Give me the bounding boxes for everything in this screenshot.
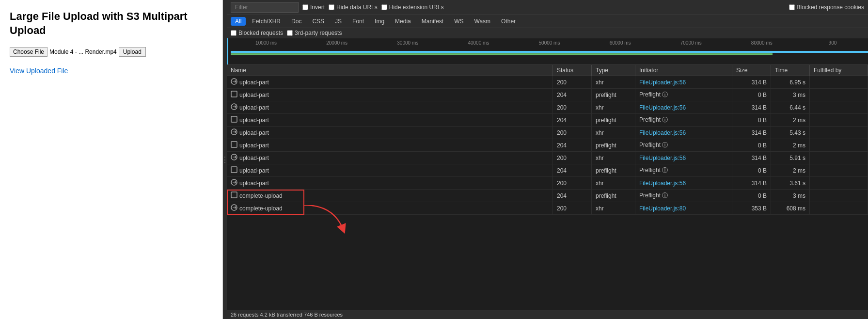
- upload-button[interactable]: Upload: [119, 47, 146, 57]
- filter-btn-all[interactable]: All: [231, 17, 246, 26]
- col-name[interactable]: Name: [227, 65, 553, 76]
- table-row[interactable]: complete-upload204preflightPreflight ⓘ0 …: [227, 190, 868, 202]
- filter-btn-ws[interactable]: WS: [450, 17, 468, 26]
- initiator-link[interactable]: FileUploader.js:56: [639, 180, 686, 187]
- panel-divider[interactable]: ⋮: [223, 0, 227, 319]
- table-row[interactable]: upload-part200xhrFileUploader.js:56314 B…: [227, 177, 868, 190]
- cell-initiator: Preflight ⓘ: [635, 190, 732, 202]
- initiator-link[interactable]: FileUploader.js:56: [639, 155, 686, 161]
- filter-btn-font[interactable]: Font: [348, 17, 368, 26]
- table-row[interactable]: upload-part204preflightPreflight ⓘ0 B2 m…: [227, 139, 868, 152]
- col-initiator[interactable]: Initiator: [635, 65, 732, 76]
- timeline-bars: [231, 51, 868, 57]
- view-uploaded-link[interactable]: View Uploaded File: [10, 67, 68, 75]
- cell-type: preflight: [592, 190, 635, 202]
- initiator-link[interactable]: FileUploader.js:80: [639, 205, 686, 212]
- svg-rect-7: [231, 167, 237, 173]
- hide-data-urls-checkbox[interactable]: [329, 4, 334, 10]
- table-row[interactable]: upload-part204preflightPreflight ⓘ0 B2 m…: [227, 114, 868, 127]
- blocked-requests-label[interactable]: Blocked requests: [231, 30, 283, 36]
- hide-extension-urls-label[interactable]: Hide extension URLs: [381, 4, 444, 11]
- filter-btn-other[interactable]: Other: [497, 17, 520, 26]
- filter-btn-media[interactable]: Media: [391, 17, 415, 26]
- left-panel: Large File Upload with S3 Multipart Uplo…: [0, 0, 223, 319]
- initiator-link[interactable]: FileUploader.js:56: [639, 129, 686, 136]
- blocked-cookies-label[interactable]: Blocked response cookies: [789, 4, 864, 11]
- col-type[interactable]: Type: [592, 65, 635, 76]
- cell-type: xhr: [592, 127, 635, 139]
- filter-btn-js[interactable]: JS: [331, 17, 346, 26]
- hide-extension-urls-checkbox[interactable]: [381, 4, 387, 10]
- cell-name: upload-part: [227, 164, 553, 176]
- col-time[interactable]: Time: [771, 65, 810, 76]
- filter-btn-manifest[interactable]: Manifest: [417, 17, 448, 26]
- table-header: Name Status Type Initiator Size Time Ful…: [227, 65, 868, 76]
- table-row[interactable]: upload-part200xhrFileUploader.js:56314 B…: [227, 152, 868, 164]
- timeline-marker: [227, 38, 228, 65]
- filter-btn-doc[interactable]: Doc: [287, 17, 306, 26]
- table-row[interactable]: complete-upload200xhrFileUploader.js:803…: [227, 202, 868, 215]
- blocked-requests-checkbox[interactable]: [231, 30, 237, 36]
- choose-file-button[interactable]: Choose File: [10, 47, 47, 57]
- cell-type: xhr: [592, 101, 635, 113]
- hide-data-urls-label[interactable]: Hide data URLs: [329, 4, 378, 11]
- invert-checkbox-label[interactable]: Invert: [302, 4, 325, 11]
- preflight-icon: [231, 166, 237, 175]
- cell-status: 200: [553, 101, 592, 113]
- third-party-text: 3rd-party requests: [295, 30, 342, 36]
- xhr-icon: [231, 103, 237, 112]
- cell-time: 6.95 s: [771, 76, 810, 88]
- table-row[interactable]: upload-part204preflightPreflight ⓘ0 B3 m…: [227, 89, 868, 101]
- filter-btn-fetch-xhr[interactable]: Fetch/XHR: [248, 17, 285, 26]
- cell-initiator: FileUploader.js:80: [635, 202, 732, 214]
- blocked-cookies-checkbox[interactable]: [789, 4, 795, 10]
- cell-time: 3 ms: [771, 89, 810, 101]
- preflight-icon: [231, 116, 237, 124]
- cell-fulfilled: [810, 76, 868, 88]
- table-row[interactable]: upload-part200xhrFileUploader.js:56314 B…: [227, 76, 868, 89]
- cell-initiator: Preflight ⓘ: [635, 164, 732, 176]
- col-fulfilled[interactable]: Fulfilled by: [810, 65, 868, 76]
- svg-rect-1: [231, 91, 237, 97]
- cell-initiator: FileUploader.js:56: [635, 127, 732, 139]
- cell-fulfilled: [810, 89, 868, 101]
- table-row[interactable]: upload-part204preflightPreflight ⓘ0 B2 m…: [227, 164, 868, 177]
- cell-name: upload-part: [227, 114, 553, 126]
- filter-btn-css[interactable]: CSS: [308, 17, 329, 26]
- tick-40000: 40000 ms: [443, 40, 514, 46]
- cell-status: 204: [553, 114, 592, 126]
- cell-name: complete-upload: [227, 190, 553, 202]
- col-status[interactable]: Status: [553, 65, 592, 76]
- cell-name-text: complete-upload: [239, 192, 283, 199]
- cell-name-text: upload-part: [239, 155, 269, 161]
- cell-status: 204: [553, 89, 592, 101]
- third-party-checkbox[interactable]: [287, 30, 293, 36]
- cell-initiator: Preflight ⓘ: [635, 89, 732, 101]
- col-size[interactable]: Size: [732, 65, 771, 76]
- initiator-link[interactable]: FileUploader.js:56: [639, 79, 686, 86]
- preflight-icon: [231, 91, 237, 99]
- tick-20000: 20000 ms: [301, 40, 372, 46]
- initiator-link[interactable]: FileUploader.js:56: [639, 104, 686, 111]
- cell-name-text: upload-part: [239, 180, 269, 187]
- cell-status: 200: [553, 202, 592, 214]
- cell-status: 200: [553, 152, 592, 164]
- cell-time: 608 ms: [771, 202, 810, 214]
- cell-size: 314 B: [732, 76, 771, 88]
- filter-btn-wasm[interactable]: Wasm: [470, 17, 495, 26]
- tick-30000: 30000 ms: [372, 40, 443, 46]
- svg-rect-9: [231, 192, 237, 198]
- timeline-area: 10000 ms 20000 ms 30000 ms 40000 ms 5000…: [227, 38, 868, 65]
- third-party-label[interactable]: 3rd-party requests: [287, 30, 342, 36]
- filter-btn-img[interactable]: Img: [370, 17, 389, 26]
- invert-checkbox[interactable]: [302, 4, 308, 10]
- cell-type: preflight: [592, 114, 635, 126]
- filter-input[interactable]: [231, 2, 299, 13]
- cell-name: upload-part: [227, 177, 553, 189]
- table-row[interactable]: upload-part200xhrFileUploader.js:56314 B…: [227, 101, 868, 114]
- cell-name-text: upload-part: [239, 129, 269, 136]
- cell-name: upload-part: [227, 101, 553, 113]
- table-row[interactable]: upload-part200xhrFileUploader.js:56314 B…: [227, 127, 868, 139]
- cell-status: 200: [553, 177, 592, 189]
- cell-size: 0 B: [732, 164, 771, 176]
